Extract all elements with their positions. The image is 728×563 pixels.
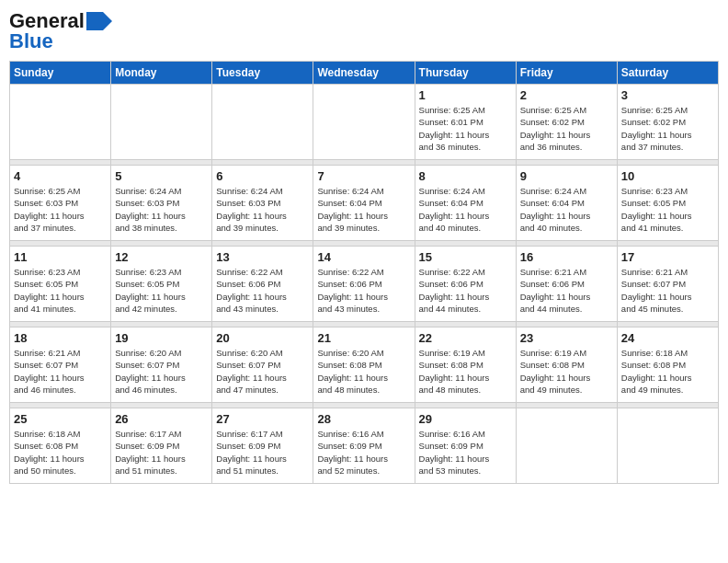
cell-info: Sunrise: 6:19 AM Sunset: 6:08 PM Dayligh… bbox=[520, 347, 613, 396]
calendar-cell: 17Sunrise: 6:21 AM Sunset: 6:07 PM Dayli… bbox=[617, 247, 718, 322]
day-number: 18 bbox=[14, 331, 107, 345]
logo: General Blue bbox=[9, 9, 112, 53]
calendar-week-1: 1Sunrise: 6:25 AM Sunset: 6:01 PM Daylig… bbox=[10, 85, 719, 160]
day-number: 27 bbox=[216, 412, 309, 426]
calendar-week-5: 25Sunrise: 6:18 AM Sunset: 6:08 PM Dayli… bbox=[10, 408, 719, 484]
cell-info: Sunrise: 6:25 AM Sunset: 6:03 PM Dayligh… bbox=[14, 185, 107, 234]
cell-info: Sunrise: 6:23 AM Sunset: 6:05 PM Dayligh… bbox=[621, 185, 714, 234]
cell-info: Sunrise: 6:18 AM Sunset: 6:08 PM Dayligh… bbox=[621, 347, 714, 396]
calendar-cell bbox=[111, 85, 212, 160]
cell-info: Sunrise: 6:17 AM Sunset: 6:09 PM Dayligh… bbox=[115, 428, 208, 477]
cell-info: Sunrise: 6:25 AM Sunset: 6:02 PM Dayligh… bbox=[621, 104, 714, 153]
day-number: 26 bbox=[115, 412, 208, 426]
day-number: 22 bbox=[419, 331, 512, 345]
calendar-week-2: 4Sunrise: 6:25 AM Sunset: 6:03 PM Daylig… bbox=[10, 166, 719, 241]
calendar-cell: 13Sunrise: 6:22 AM Sunset: 6:06 PM Dayli… bbox=[212, 247, 313, 322]
day-number: 13 bbox=[216, 250, 309, 264]
calendar-cell: 23Sunrise: 6:19 AM Sunset: 6:08 PM Dayli… bbox=[516, 327, 617, 403]
calendar-cell: 7Sunrise: 6:24 AM Sunset: 6:04 PM Daylig… bbox=[313, 166, 415, 241]
calendar-cell: 16Sunrise: 6:21 AM Sunset: 6:06 PM Dayli… bbox=[516, 247, 617, 322]
day-number: 21 bbox=[317, 331, 410, 345]
cell-info: Sunrise: 6:23 AM Sunset: 6:05 PM Dayligh… bbox=[14, 266, 107, 315]
header-day-sunday: Sunday bbox=[10, 62, 111, 85]
calendar-cell: 24Sunrise: 6:18 AM Sunset: 6:08 PM Dayli… bbox=[617, 327, 718, 403]
calendar-cell: 22Sunrise: 6:19 AM Sunset: 6:08 PM Dayli… bbox=[415, 327, 516, 403]
day-number: 9 bbox=[520, 169, 613, 183]
calendar-cell: 21Sunrise: 6:20 AM Sunset: 6:08 PM Dayli… bbox=[313, 327, 415, 403]
cell-info: Sunrise: 6:21 AM Sunset: 6:06 PM Dayligh… bbox=[520, 266, 613, 315]
calendar-table: SundayMondayTuesdayWednesdayThursdayFrid… bbox=[9, 61, 719, 484]
day-number: 23 bbox=[520, 331, 613, 345]
header-day-monday: Monday bbox=[111, 62, 212, 85]
day-number: 29 bbox=[419, 412, 512, 426]
day-number: 6 bbox=[216, 169, 309, 183]
page-header: General Blue bbox=[9, 9, 719, 53]
calendar-cell: 6Sunrise: 6:24 AM Sunset: 6:03 PM Daylig… bbox=[212, 166, 313, 241]
calendar-cell: 12Sunrise: 6:23 AM Sunset: 6:05 PM Dayli… bbox=[111, 247, 212, 322]
calendar-cell: 9Sunrise: 6:24 AM Sunset: 6:04 PM Daylig… bbox=[516, 166, 617, 241]
cell-info: Sunrise: 6:24 AM Sunset: 6:03 PM Dayligh… bbox=[216, 185, 309, 234]
calendar-cell: 15Sunrise: 6:22 AM Sunset: 6:06 PM Dayli… bbox=[415, 247, 516, 322]
day-number: 3 bbox=[621, 88, 714, 102]
calendar-cell bbox=[516, 408, 617, 484]
calendar-cell bbox=[212, 85, 313, 160]
calendar-cell: 4Sunrise: 6:25 AM Sunset: 6:03 PM Daylig… bbox=[10, 166, 111, 241]
logo-icon bbox=[86, 12, 112, 30]
cell-info: Sunrise: 6:20 AM Sunset: 6:07 PM Dayligh… bbox=[115, 347, 208, 396]
day-number: 12 bbox=[115, 250, 208, 264]
svg-marker-0 bbox=[86, 12, 112, 30]
cell-info: Sunrise: 6:20 AM Sunset: 6:07 PM Dayligh… bbox=[216, 347, 309, 396]
calendar-cell: 25Sunrise: 6:18 AM Sunset: 6:08 PM Dayli… bbox=[10, 408, 111, 484]
calendar-cell: 29Sunrise: 6:16 AM Sunset: 6:09 PM Dayli… bbox=[415, 408, 516, 484]
cell-info: Sunrise: 6:25 AM Sunset: 6:02 PM Dayligh… bbox=[520, 104, 613, 153]
header-day-wednesday: Wednesday bbox=[313, 62, 415, 85]
cell-info: Sunrise: 6:22 AM Sunset: 6:06 PM Dayligh… bbox=[419, 266, 512, 315]
cell-info: Sunrise: 6:16 AM Sunset: 6:09 PM Dayligh… bbox=[419, 428, 512, 477]
header-day-tuesday: Tuesday bbox=[212, 62, 313, 85]
calendar-cell: 19Sunrise: 6:20 AM Sunset: 6:07 PM Dayli… bbox=[111, 327, 212, 403]
day-number: 24 bbox=[621, 331, 714, 345]
cell-info: Sunrise: 6:16 AM Sunset: 6:09 PM Dayligh… bbox=[317, 428, 410, 477]
cell-info: Sunrise: 6:19 AM Sunset: 6:08 PM Dayligh… bbox=[419, 347, 512, 396]
logo-blue: Blue bbox=[9, 29, 53, 53]
cell-info: Sunrise: 6:21 AM Sunset: 6:07 PM Dayligh… bbox=[14, 347, 107, 396]
day-number: 5 bbox=[115, 169, 208, 183]
calendar-cell: 2Sunrise: 6:25 AM Sunset: 6:02 PM Daylig… bbox=[516, 85, 617, 160]
cell-info: Sunrise: 6:24 AM Sunset: 6:04 PM Dayligh… bbox=[317, 185, 410, 234]
cell-info: Sunrise: 6:24 AM Sunset: 6:04 PM Dayligh… bbox=[419, 185, 512, 234]
calendar-cell: 1Sunrise: 6:25 AM Sunset: 6:01 PM Daylig… bbox=[415, 85, 516, 160]
header-day-thursday: Thursday bbox=[415, 62, 516, 85]
calendar-cell: 3Sunrise: 6:25 AM Sunset: 6:02 PM Daylig… bbox=[617, 85, 718, 160]
calendar-cell bbox=[10, 85, 111, 160]
calendar-cell: 11Sunrise: 6:23 AM Sunset: 6:05 PM Dayli… bbox=[10, 247, 111, 322]
calendar-cell bbox=[313, 85, 415, 160]
header-day-friday: Friday bbox=[516, 62, 617, 85]
day-number: 15 bbox=[419, 250, 512, 264]
calendar-week-3: 11Sunrise: 6:23 AM Sunset: 6:05 PM Dayli… bbox=[10, 247, 719, 322]
header-day-saturday: Saturday bbox=[617, 62, 718, 85]
calendar-week-4: 18Sunrise: 6:21 AM Sunset: 6:07 PM Dayli… bbox=[10, 327, 719, 403]
day-number: 20 bbox=[216, 331, 309, 345]
day-number: 16 bbox=[520, 250, 613, 264]
day-number: 28 bbox=[317, 412, 410, 426]
calendar-cell: 18Sunrise: 6:21 AM Sunset: 6:07 PM Dayli… bbox=[10, 327, 111, 403]
day-number: 19 bbox=[115, 331, 208, 345]
day-number: 2 bbox=[520, 88, 613, 102]
cell-info: Sunrise: 6:18 AM Sunset: 6:08 PM Dayligh… bbox=[14, 428, 107, 477]
day-number: 10 bbox=[621, 169, 714, 183]
cell-info: Sunrise: 6:22 AM Sunset: 6:06 PM Dayligh… bbox=[317, 266, 410, 315]
cell-info: Sunrise: 6:24 AM Sunset: 6:03 PM Dayligh… bbox=[115, 185, 208, 234]
calendar-cell bbox=[617, 408, 718, 484]
day-number: 8 bbox=[419, 169, 512, 183]
day-number: 7 bbox=[317, 169, 410, 183]
calendar-cell: 8Sunrise: 6:24 AM Sunset: 6:04 PM Daylig… bbox=[415, 166, 516, 241]
calendar-header-row: SundayMondayTuesdayWednesdayThursdayFrid… bbox=[10, 62, 719, 85]
cell-info: Sunrise: 6:23 AM Sunset: 6:05 PM Dayligh… bbox=[115, 266, 208, 315]
cell-info: Sunrise: 6:21 AM Sunset: 6:07 PM Dayligh… bbox=[621, 266, 714, 315]
day-number: 11 bbox=[14, 250, 107, 264]
day-number: 17 bbox=[621, 250, 714, 264]
cell-info: Sunrise: 6:25 AM Sunset: 6:01 PM Dayligh… bbox=[419, 104, 512, 153]
day-number: 1 bbox=[419, 88, 512, 102]
calendar-cell: 20Sunrise: 6:20 AM Sunset: 6:07 PM Dayli… bbox=[212, 327, 313, 403]
cell-info: Sunrise: 6:24 AM Sunset: 6:04 PM Dayligh… bbox=[520, 185, 613, 234]
